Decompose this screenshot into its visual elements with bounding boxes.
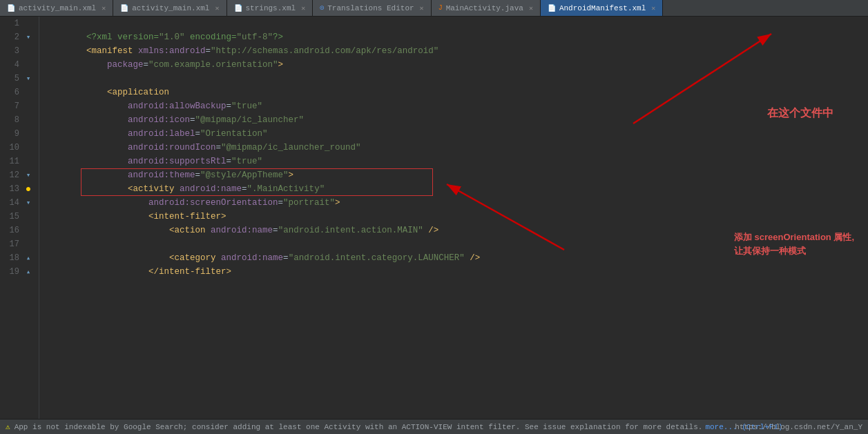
gutter-row-7: 7 [3,99,33,113]
tab-close-4[interactable]: ✕ [420,4,424,12]
code-span-12-b: < [128,184,133,194]
gutter-row-8: 8 [3,113,33,127]
line-num-9: 9 [3,127,23,141]
code-span-1-v2: "utf-8" [237,32,273,42]
line-num-17: 17 [3,237,23,251]
tab-xml-icon-3: 📄 [234,4,242,12]
gutter: 1 2 ▾ 3 4 5 ▾ 6 7 [0,17,39,419]
code-span-3-a: package [107,60,144,70]
code-span-12-eq: = [242,184,247,194]
tab-close-6[interactable]: ✕ [651,4,655,12]
gutter-row-14: 14 ▾ [3,196,33,210]
line-num-4: 4 [3,58,23,72]
code-span-2-tag: manifest [92,46,133,56]
gutter-row-10: 10 [3,141,33,155]
code-span-9-a: android:roundIcon [128,143,216,152]
code-area: 1 2 ▾ 3 4 5 ▾ 6 7 [0,17,868,419]
gutter-icon-18: ▴ [23,251,33,265]
code-span-13-eq: = [278,198,284,208]
code-content[interactable]: <?xml version="1.0" encoding="utf-8"?> <… [39,17,868,279]
code-span-15-a: android:name [211,226,273,235]
gutter-icon-19: ▴ [23,265,33,279]
tab-main-activity-java[interactable]: J MainActivity.java ✕ [432,0,541,16]
code-span-9-t [86,143,128,152]
gutter-row-17: 17 [3,237,33,251]
code-span-10-a: android:supportsRtl [128,157,226,166]
gutter-row-2: 2 ▾ [3,30,33,44]
code-span-2-v1: "http://schemas.android.com/apk/res/andr… [211,46,438,56]
code-span-13-b: > [335,198,340,208]
gutter-row-9: 9 [3,127,33,141]
code-span-3-v: "com.example.orientation" [148,60,278,70]
code-span-2-eq: = [206,46,211,56]
code-span-12-t [86,184,128,194]
line-num-14: 14 [3,196,23,210]
code-span-11-t [86,170,128,180]
code-span-17-tag: category [175,253,216,263]
code-span-12-v: ".MainActivity" [247,184,325,194]
gutter-row-6: 6 [3,86,33,99]
code-span-13-a: android:screenOrientation [148,198,278,208]
status-text: App is not indexable by Google Search; c… [15,423,703,431]
tab-close-2[interactable]: ✕ [215,4,219,12]
code-span-6-t [86,101,128,111]
gutter-row-15: 15 [3,210,33,224]
tab-xml-icon-2: 📄 [120,4,128,12]
tab-translations-editor[interactable]: ☹ Translations Editor ✕ [313,0,431,16]
code-span-2-b1: < [86,46,92,56]
tab-label-1: activity_main.xml [19,4,96,12]
code-span-14-b2: > [221,212,226,221]
line-num-16: 16 [3,224,23,237]
gutter-row-11: 11 [3,155,33,168]
code-span-3-b: > [278,60,284,70]
code-span-3-t [86,60,107,70]
code-span-5-t [86,88,107,97]
tab-close-1[interactable]: ✕ [102,4,106,12]
code-span-8-t [86,129,128,139]
gutter-row-18: 18 ▴ [3,251,33,265]
tab-close-3[interactable]: ✕ [301,4,305,12]
code-line-5: <application [45,72,868,86]
code-span-14-tag: intent-filter [154,212,222,221]
line-num-7: 7 [3,99,23,113]
tab-label-5: MainActivity.java [446,4,523,12]
gutter-row-12: 12 ▾ [3,168,33,182]
code-span-6-a: android:allowBackup [128,101,226,111]
gutter-icon-12: ▾ [23,168,33,182]
code-span-2-a1: xmlns:android [138,46,206,56]
code-span-1-v1: "1.0" [159,32,185,42]
line-num-15: 15 [3,210,23,224]
gutter-row-16: 16 [3,224,33,237]
tab-te-icon: ☹ [320,4,324,12]
status-warning-icon: ⚠ [6,422,10,431]
code-span-18-tag: intent-filter [159,267,226,277]
line-num-1: 1 [3,17,23,30]
code-content-wrapper[interactable]: <?xml version="1.0" encoding="utf-8"?> <… [39,17,868,419]
tab-strings-xml[interactable]: 📄 strings.xml ✕ [227,0,314,16]
code-span-3-eq: = [144,60,149,70]
tab-xml-icon-1: 📄 [7,4,15,12]
tab-label-3: strings.xml [246,4,296,12]
code-span-5-tag: application [113,88,170,97]
code-span-1-pi2: encoding= [185,32,237,42]
tab-activity-main-1[interactable]: 📄 activity_main.xml ✕ [0,0,113,16]
code-span-14-t [86,212,148,221]
line-num-5: 5 [3,72,23,86]
code-span-6-eq: = [226,101,232,111]
tab-label-6: AndroidManifest.xml [559,4,646,12]
line-num-11: 11 [3,155,23,168]
tab-activity-main-2[interactable]: 📄 activity_main.xml ✕ [113,0,226,16]
code-span-7-v: "@mipmap/ic_launcher" [195,115,305,125]
code-span-11-a: android:theme [128,170,195,180]
tab-label-2: activity_main.xml [132,4,209,12]
code-span-12-a: android:name [180,184,242,194]
tab-java-icon: J [438,4,443,12]
code-span-15-b2: /> [428,226,438,235]
code-span-8-a: android:label [128,129,195,139]
tab-close-5[interactable]: ✕ [529,4,533,12]
tab-android-manifest[interactable]: 📄 AndroidManifest.xml ✕ [541,0,663,16]
status-url: https://blog.csdn.net/Y_an_Y [735,423,862,431]
gutter-row-13: 13 ● [3,182,33,196]
code-span-18-t [86,267,148,277]
code-span-13-v: "portrait" [283,198,335,208]
